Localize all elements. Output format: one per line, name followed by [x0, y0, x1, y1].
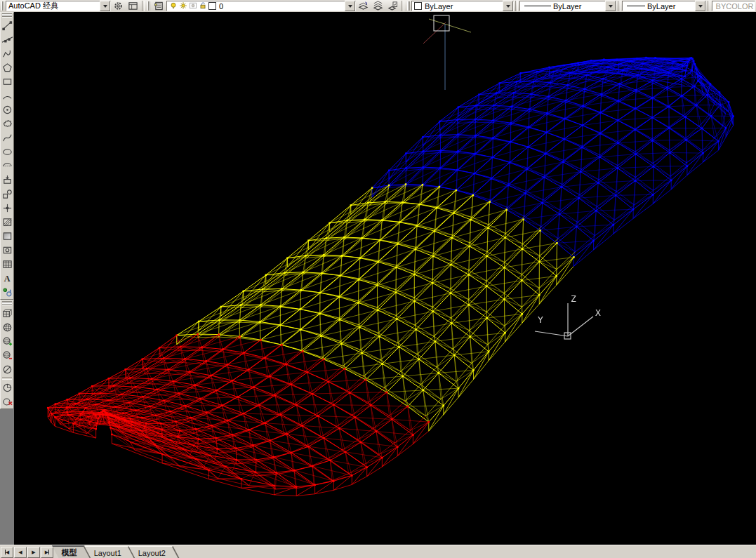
layer-combo[interactable]: 0	[166, 1, 356, 11]
tab-layout1[interactable]: Layout1	[84, 546, 135, 558]
toolbar-separator	[515, 1, 518, 11]
linetype-dropdown-arrow[interactable]	[605, 1, 616, 11]
sun-thaw-icon[interactable]	[179, 1, 187, 11]
toolbar-separator	[142, 1, 145, 11]
previous-tab-button[interactable]: ◀	[14, 547, 27, 558]
polygon-icon[interactable]	[1, 60, 13, 74]
revision-cloud-icon[interactable]	[1, 117, 13, 131]
tab-layout2[interactable]: Layout2	[129, 546, 180, 558]
lineweight-sample	[627, 6, 645, 6]
workspace-panel-icon[interactable]	[126, 0, 140, 12]
top-toolbar: AutoCAD 经典 0 ByLayer	[0, 0, 756, 13]
table-icon[interactable]	[1, 257, 13, 271]
point-icon[interactable]	[1, 201, 13, 215]
mesh-sphere-add-icon[interactable]	[1, 334, 13, 348]
hatch-icon[interactable]	[1, 215, 13, 229]
ucs-x-axis	[568, 317, 593, 336]
gradient-icon[interactable]	[1, 229, 13, 243]
unlock-icon[interactable]	[199, 1, 207, 11]
toolbar-separator	[402, 1, 404, 11]
ellipse-arc-icon[interactable]	[1, 159, 13, 173]
construction-line-icon[interactable]	[1, 32, 13, 46]
color-combo[interactable]: ByLayer	[411, 1, 514, 11]
crosshair-y-axis	[429, 19, 471, 32]
workspace-combo[interactable]: AutoCAD 经典	[6, 1, 111, 11]
tab-label: Layout1	[93, 549, 121, 557]
viewport-freeze-icon	[189, 1, 197, 11]
layer-name: 0	[219, 2, 345, 11]
toolbar-separator	[618, 1, 621, 11]
toolbar-grip[interactable]	[1, 1, 4, 11]
autocad-window: AutoCAD 经典 0 ByLayer	[0, 0, 756, 558]
draw-toolbar: A	[0, 12, 14, 300]
bulb-on-icon[interactable]	[169, 1, 178, 11]
color-swatch	[414, 2, 422, 10]
drawing-viewport[interactable]: Z X Y	[14, 12, 756, 545]
multiline-text-icon[interactable]: A	[1, 271, 13, 285]
layer-stack-icon[interactable]	[371, 0, 385, 12]
mesh-sphere-subtract-icon[interactable]	[1, 348, 13, 362]
toolbar-grip[interactable]	[407, 1, 410, 11]
lineweight-value: ByLayer	[647, 2, 695, 11]
layout-tabs: 模型Layout1Layout2	[59, 545, 180, 558]
lineweight-dropdown-arrow[interactable]	[695, 1, 705, 11]
ucs-y-axis	[535, 331, 568, 336]
layer-states-icon[interactable]	[385, 0, 400, 12]
toolbar-grip[interactable]	[2, 301, 12, 305]
color-value: ByLayer	[425, 2, 503, 11]
workspace-dropdown-arrow[interactable]	[100, 1, 110, 11]
polyline-icon[interactable]	[1, 46, 13, 60]
circles-icon[interactable]	[1, 285, 13, 299]
layout-tab-bar: ◀ ◀ ▶ ▶ 模型Layout1Layout2	[0, 545, 756, 558]
plot-style-value: BYCOLOR	[715, 2, 755, 11]
ucs-x-label: X	[595, 307, 601, 318]
mesh-box-icon[interactable]	[1, 306, 13, 320]
wireframe-model-canvas[interactable]	[14, 12, 756, 545]
crosshair-cursor	[418, 13, 481, 93]
circle-slash-icon[interactable]	[1, 362, 13, 376]
color-dropdown-arrow[interactable]	[503, 1, 513, 11]
tab-label: 模型	[61, 547, 77, 558]
circle-icon[interactable]	[1, 102, 13, 117]
mesh-sphere-icon[interactable]	[1, 320, 13, 334]
line-icon[interactable]	[1, 18, 13, 32]
linetype-combo[interactable]: ByLayer	[519, 1, 616, 11]
workspace-value: AutoCAD 经典	[8, 1, 100, 11]
first-tab-button[interactable]: ◀	[1, 547, 13, 558]
arc-icon[interactable]	[1, 88, 13, 102]
toolbar-grip[interactable]	[2, 13, 12, 18]
spline-icon[interactable]	[1, 131, 13, 145]
linetype-sample	[524, 6, 551, 6]
rectangle-icon[interactable]	[1, 74, 13, 88]
sphere-delete-icon[interactable]	[1, 394, 13, 408]
svg-text:A: A	[4, 274, 10, 284]
layer-color-swatch[interactable]	[208, 2, 216, 10]
toolbar-separator	[2, 377, 12, 380]
insert-block-icon[interactable]	[1, 173, 13, 187]
tab-label: Layout2	[138, 549, 166, 557]
region-icon[interactable]	[1, 243, 13, 257]
lineweight-combo[interactable]: ByLayer	[622, 1, 706, 11]
plot-style-control: BYCOLOR	[712, 1, 755, 11]
layer-properties-manager-icon[interactable]	[152, 0, 166, 12]
layer-dropdown-arrow[interactable]	[345, 1, 355, 11]
crosshair-x-axis	[423, 22, 446, 44]
toolbar-separator	[708, 1, 710, 11]
layer-previous-icon[interactable]	[356, 0, 371, 12]
left-toolbar-dock: A	[0, 12, 14, 545]
ucs-icon: Z X Y	[526, 289, 611, 352]
hemisphere-icon[interactable]	[1, 380, 13, 394]
settings-gear-icon[interactable]	[111, 0, 126, 12]
ellipse-icon[interactable]	[1, 145, 13, 159]
make-block-icon[interactable]	[1, 187, 13, 201]
toolbar-grip[interactable]	[147, 1, 150, 11]
ucs-z-label: Z	[571, 293, 576, 304]
last-tab-button[interactable]: ▶	[41, 547, 53, 558]
next-tab-button[interactable]: ▶	[27, 547, 40, 558]
mesh-toolbar	[0, 300, 14, 409]
linetype-value: ByLayer	[553, 2, 605, 11]
ucs-y-label: Y	[538, 314, 543, 325]
